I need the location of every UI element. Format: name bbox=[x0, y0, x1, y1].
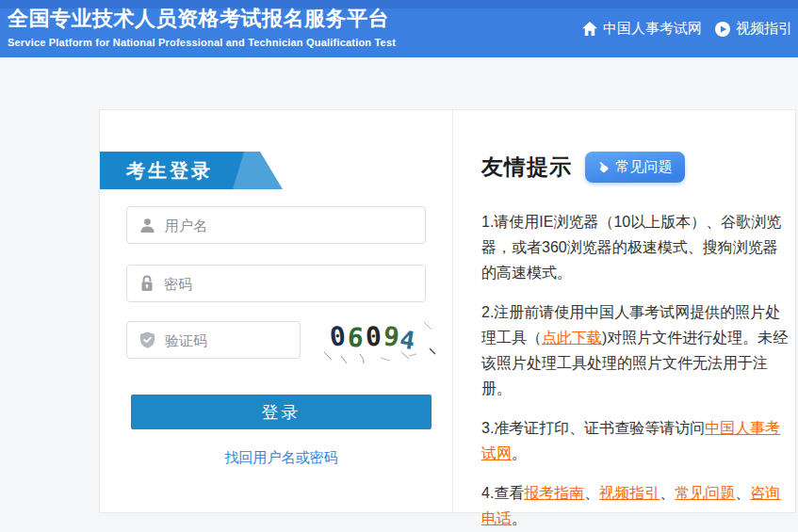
header-titles: 全国专业技术人员资格考试报名服务平台 Service Platform for … bbox=[8, 5, 396, 48]
page: { "header": { "title": "全国专业技术人员资格考试报名服务… bbox=[0, 0, 798, 532]
captcha-image[interactable]: 0 6 0 9 4 bbox=[318, 316, 441, 363]
username-input[interactable] bbox=[165, 218, 425, 234]
nav-link-label: 视频指引 bbox=[736, 20, 792, 38]
nav-link-cpta-site[interactable]: 中国人事考试网 bbox=[582, 20, 702, 38]
tips-panel: 友情提示 ☚ 常见问题 1.请使用IE浏览器（10以上版本）、谷歌浏览器，或者3… bbox=[453, 110, 796, 512]
tip-text: 、 bbox=[660, 485, 675, 501]
home-icon bbox=[582, 22, 597, 36]
captcha-digit: 0 bbox=[365, 324, 382, 351]
nav-link-label: 中国人事考试网 bbox=[603, 20, 702, 38]
page-subtitle: Service Platform for National Profession… bbox=[8, 37, 396, 48]
forgot-credentials-link[interactable]: 找回用户名或密码 bbox=[131, 449, 432, 467]
password-field[interactable] bbox=[126, 265, 426, 302]
download-photo-tool-link[interactable]: 点此下载 bbox=[542, 330, 602, 346]
tips-header: 友情提示 ☚ 常见问题 bbox=[481, 152, 787, 182]
tip-item-3: 3.准考证打印、证书查验等请访问中国人事考试网。 bbox=[481, 415, 790, 466]
tip-text: 。 bbox=[512, 510, 527, 526]
nav-link-video-guide[interactable]: 视频指引 bbox=[715, 20, 792, 38]
captcha-code: 0 6 0 9 4 bbox=[330, 324, 415, 350]
faq-button-label: 常见问题 bbox=[615, 158, 672, 176]
header-nav: 中国人事考试网 视频指引 bbox=[582, 20, 792, 38]
exam-guide-link[interactable]: 报考指南 bbox=[524, 485, 584, 501]
tip-text: 、 bbox=[735, 485, 750, 501]
lock-icon bbox=[139, 275, 155, 292]
faq-link[interactable]: 常见问题 bbox=[675, 485, 735, 501]
tip-text: 、 bbox=[584, 485, 599, 501]
tips-title: 友情提示 bbox=[481, 153, 572, 182]
captcha-digit: 6 bbox=[347, 324, 365, 351]
video-guide-link[interactable]: 视频指引 bbox=[599, 485, 660, 501]
captcha-field[interactable] bbox=[126, 321, 301, 359]
password-input[interactable] bbox=[164, 276, 425, 292]
captcha-digit: 0 bbox=[329, 323, 348, 351]
faq-button[interactable]: ☚ 常见问题 bbox=[585, 152, 685, 183]
tip-item-2: 2.注册前请使用中国人事考试网提供的照片处理工具（点此下载)对照片文件进行处理。… bbox=[481, 299, 790, 401]
main-card: 考生登录 0 6 0 bbox=[99, 109, 796, 513]
pointing-hand-icon: ☚ bbox=[594, 157, 612, 176]
login-button[interactable]: 登录 bbox=[131, 395, 432, 429]
tip-text: 。 bbox=[512, 445, 527, 461]
user-icon bbox=[139, 218, 155, 234]
shield-check-icon bbox=[139, 331, 155, 348]
play-circle-icon bbox=[715, 22, 730, 37]
tip-item-1: 1.请使用IE浏览器（10以上版本）、谷歌浏览器，或者360浏览器的极速模式、搜… bbox=[481, 209, 790, 285]
tip-text: 4.查看 bbox=[481, 485, 524, 501]
username-field[interactable] bbox=[126, 206, 426, 244]
tip-item-4: 4.查看报考指南、视频指引、常见问题、咨询电话。 bbox=[481, 480, 790, 531]
header: 全国专业技术人员资格考试报名服务平台 Service Platform for … bbox=[0, 0, 798, 57]
captcha-digit: 9 bbox=[382, 323, 399, 350]
page-title: 全国专业技术人员资格考试报名服务平台 bbox=[8, 5, 396, 33]
tip-text: 3.准考证打印、证书查验等请访问 bbox=[481, 420, 705, 436]
captcha-input[interactable] bbox=[165, 332, 300, 348]
login-banner: 考生登录 bbox=[100, 152, 298, 189]
tip-text: 1.请使用IE浏览器（10以上版本）、谷歌浏览器，或者360浏览器的极速模式、搜… bbox=[481, 214, 781, 281]
